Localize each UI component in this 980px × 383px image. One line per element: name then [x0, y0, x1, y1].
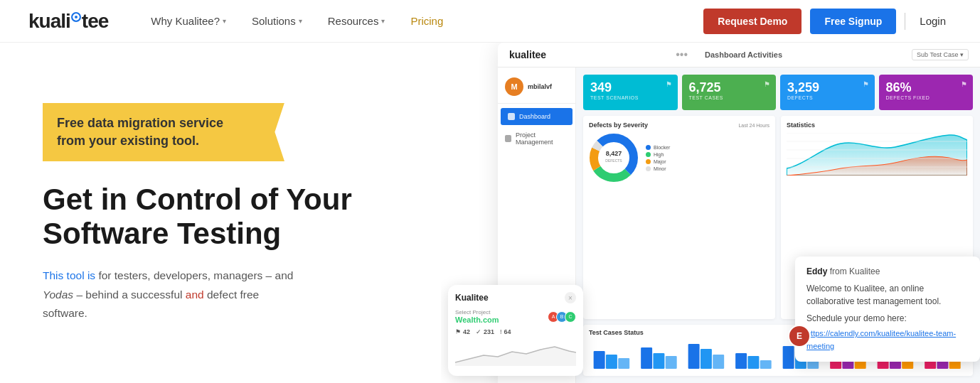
navbar: kualitee Why Kualitee? ▾ Solutions ▾ Res…	[0, 0, 980, 43]
request-demo-button[interactable]: Request Demo	[703, 9, 801, 34]
dashboard-user-row: M mbilalvf	[498, 73, 575, 104]
chevron-down-icon: ▾	[299, 17, 302, 25]
defects-chart-title: Defects by Severity	[589, 122, 648, 129]
mobile-stat-defects: ! 64	[500, 328, 511, 335]
statistics-header: Statistics	[787, 122, 967, 129]
login-button[interactable]: Login	[914, 15, 952, 27]
svg-rect-23	[783, 346, 794, 369]
stat-card-scenarios: ⚑ 349 TEST SCENARIOS	[583, 75, 678, 110]
mobile-logo: Kualitee	[455, 293, 489, 303]
chevron-down-icon: ▾	[223, 17, 226, 25]
dashboard-select[interactable]: Sub Test Case ▾	[912, 49, 969, 60]
svg-rect-22	[760, 360, 772, 369]
svg-rect-19	[713, 355, 724, 369]
filter-icon: ⚑	[764, 80, 770, 88]
mobile-project-row: Select Project Wealth.com A B C	[455, 309, 576, 324]
stat-card-defects: ⚑ 3,259 DEFECTS	[780, 75, 875, 110]
legend-minor: Minor	[646, 166, 670, 171]
hero-section: Free data migration servicefrom your exi…	[0, 43, 980, 383]
svg-text:DEFECTS: DEFECTS	[605, 158, 622, 163]
nav-divider	[905, 13, 905, 30]
donut-chart-area: 8,427 DEFECTS Blocker	[589, 133, 769, 183]
dashboard-icon	[508, 113, 515, 120]
hero-title: Get in Control of Your Software Testing	[43, 183, 412, 252]
migration-banner: Free data migration servicefrom your exi…	[43, 103, 284, 161]
scenarios-icon: ⚑	[455, 328, 461, 335]
test-cases-title: Test Cases Status	[589, 329, 644, 336]
nav-pricing[interactable]: Pricing	[410, 15, 443, 27]
chevron-down-icon: ▾	[381, 17, 385, 25]
stat-cards: ⚑ 349 TEST SCENARIOS ⚑ 6,725 TEST CASES …	[583, 75, 973, 110]
logo-icon	[71, 12, 81, 22]
mobile-project-name: Wealth.com	[455, 315, 499, 324]
defects-by-severity-panel: Defects by Severity Last 24 Hours 8,427	[583, 116, 775, 319]
dashboard-dots: •••	[676, 48, 688, 61]
mobile-stats: ⚑ 42 ✓ 231 ! 64	[455, 328, 576, 335]
filter-icon: ⚑	[666, 80, 672, 88]
minor-dot	[646, 166, 651, 171]
stat-card-cases: ⚑ 6,725 TEST CASES	[682, 75, 777, 110]
chat-link[interactable]: https://calendly.com/kualitee/kualitee-t…	[806, 329, 956, 350]
svg-marker-35	[455, 347, 576, 366]
nav-solutions[interactable]: Solutions ▾	[252, 15, 302, 27]
free-signup-button[interactable]: Free Signup	[810, 9, 896, 34]
sidebar-item-dashboard[interactable]: Dashboard	[501, 108, 572, 125]
svg-rect-17	[688, 344, 700, 369]
chat-from: Eddy from Kualitee	[806, 266, 969, 276]
svg-rect-16	[666, 356, 677, 369]
svg-rect-12	[606, 355, 617, 369]
mobile-close-icon: ×	[565, 292, 576, 303]
dashboard-section-title: Dashboard Activities	[705, 50, 782, 59]
nav-resources[interactable]: Resources ▾	[328, 15, 385, 27]
nav-links: Why Kualitee? ▾ Solutions ▾ Resources ▾ …	[151, 15, 703, 27]
legend-high: High	[646, 152, 670, 157]
svg-rect-15	[653, 353, 664, 369]
dashboard-header: kualitee ••• Dashboard Activities Sub Te…	[498, 43, 980, 68]
svg-rect-21	[747, 356, 759, 369]
chat-message: Welcome to Kualitee, an online collabora…	[806, 282, 969, 308]
svg-text:8,427: 8,427	[606, 150, 622, 157]
filter-icon: ⚑	[961, 80, 967, 88]
logo[interactable]: kualitee	[28, 10, 108, 33]
hero-description: This tool is for testers, developers, ma…	[43, 266, 341, 323]
dashboard-logo: kualitee	[509, 49, 546, 60]
defects-icon: !	[500, 328, 502, 335]
defects-chart-header: Defects by Severity Last 24 Hours	[589, 122, 769, 129]
mobile-avatars: A B C	[548, 311, 576, 323]
hero-right: kualitee ••• Dashboard Activities Sub Te…	[441, 43, 980, 383]
mobile-mockup: Kualitee × Select Project Wealth.com A B…	[448, 285, 583, 376]
mobile-project-label: Select Project	[455, 309, 499, 315]
blocker-dot	[646, 145, 651, 150]
legend-blocker: Blocker	[646, 145, 670, 150]
statistics-chart	[787, 133, 967, 176]
mobile-chart	[455, 341, 576, 366]
nav-why-kualitee[interactable]: Why Kualitee? ▾	[151, 15, 226, 27]
mobile-avatar-3: C	[565, 311, 576, 323]
major-dot	[646, 159, 651, 164]
chat-avatar: E	[788, 325, 811, 347]
sidebar-item-project-management[interactable]: Project Management	[498, 126, 575, 151]
dashboard-username: mbilalvf	[528, 83, 552, 90]
cases-icon: ✓	[476, 328, 481, 335]
high-dot	[646, 152, 651, 157]
mobile-header: Kualitee ×	[455, 292, 576, 303]
svg-rect-11	[594, 351, 605, 369]
defects-chart-subtitle: Last 24 Hours	[738, 123, 769, 128]
mobile-stat-scenarios: ⚑ 42	[455, 328, 470, 335]
stat-card-defects-fixed: ⚑ 86% DEFECTS FIXED	[879, 75, 974, 110]
donut-chart: 8,427 DEFECTS	[589, 133, 639, 183]
svg-rect-14	[641, 347, 652, 369]
avatar: M	[505, 77, 523, 96]
project-icon	[505, 135, 511, 142]
chat-schedule: Schedule your demo here:	[806, 313, 969, 323]
donut-legend: Blocker High Major	[646, 145, 670, 171]
logo-text: kualitee	[28, 10, 108, 33]
hero-left: Free data migration servicefrom your exi…	[0, 43, 441, 383]
legend-major: Major	[646, 159, 670, 164]
mobile-stat-cases: ✓ 231	[476, 328, 494, 335]
svg-rect-18	[701, 349, 712, 369]
svg-rect-20	[735, 353, 747, 369]
statistics-title: Statistics	[787, 122, 815, 129]
chat-bubble: E Eddy from Kualitee Welcome to Kualitee…	[795, 257, 980, 362]
filter-icon: ⚑	[863, 80, 869, 88]
